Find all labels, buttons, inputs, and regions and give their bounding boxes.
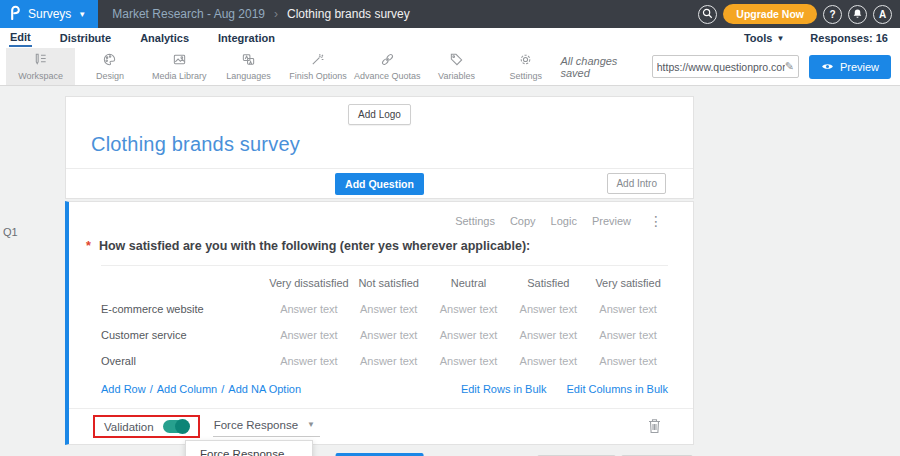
matrix-table: Very dissatisfied Not satisfied Neutral … (101, 270, 668, 374)
product-menu-label: Surveys (28, 7, 71, 21)
image-icon (172, 52, 187, 69)
survey-url-box: ✎ (652, 55, 799, 78)
link-separator: / (221, 383, 224, 395)
question-copy-link[interactable]: Copy (510, 215, 536, 227)
surveys-product-menu[interactable]: Surveys ▼ (0, 0, 98, 28)
validation-toggle[interactable] (163, 420, 189, 433)
logo-row: Add Logo (66, 97, 693, 125)
delete-question-button[interactable] (648, 418, 661, 438)
between-questions-row: Add Question Page Break Separator (65, 448, 694, 456)
validation-row: Validation Force Response ▼ Force Respon… (69, 408, 693, 444)
tab-integration[interactable]: Integration (217, 30, 276, 46)
questionpro-logo-icon (10, 5, 21, 24)
workspace-icon (33, 52, 48, 69)
answer-text-cell[interactable]: Answer text (429, 329, 509, 341)
toolbar-item-settings[interactable]: Settings (491, 48, 560, 85)
toolbar-item-variables[interactable]: Variables (422, 48, 491, 85)
bulk-edit-links: Edit Rows in Bulk Edit Columns in Bulk (461, 383, 668, 395)
tools-menu[interactable]: Tools▼ (744, 32, 784, 44)
search-button[interactable] (698, 5, 717, 24)
navbar-right-group: Upgrade Now ? A (698, 4, 900, 24)
answer-text-cell[interactable]: Answer text (269, 329, 349, 341)
tab-distribute[interactable]: Distribute (59, 30, 112, 46)
toolbar-item-design[interactable]: Design (75, 48, 144, 85)
table-edit-links-row: Add Row / Add Column / Add NA Option Edi… (101, 383, 668, 395)
matrix-row: E-commerce website Answer text Answer te… (101, 296, 668, 322)
answer-text-cell[interactable]: Answer text (349, 329, 429, 341)
autosave-status: All changes saved (561, 55, 642, 79)
answer-text-cell[interactable]: Answer text (588, 303, 668, 315)
matrix-column-header[interactable]: Very dissatisfied (269, 277, 349, 289)
matrix-column-header[interactable]: Very satisfied (588, 277, 668, 289)
survey-canvas: Q1 Add Logo Clothing brands survey Add Q… (0, 86, 900, 454)
question-settings-link[interactable]: Settings (455, 215, 495, 227)
question-text[interactable]: How satisfied are you with the following… (99, 239, 530, 253)
answer-text-cell[interactable]: Answer text (508, 303, 588, 315)
chevron-down-icon: ▼ (776, 34, 784, 43)
help-button[interactable]: ? (823, 5, 842, 24)
edit-rows-in-bulk-link[interactable]: Edit Rows in Bulk (461, 383, 547, 395)
add-na-option-link[interactable]: Add NA Option (228, 383, 301, 395)
validation-label: Validation (104, 421, 154, 433)
breadcrumb: Market Research - Aug 2019 › Clothing br… (112, 7, 409, 21)
matrix-row-label[interactable]: Overall (101, 355, 269, 367)
matrix-row-label[interactable]: Customer service (101, 329, 269, 341)
preview-button[interactable]: Preview (809, 55, 891, 79)
tag-icon (449, 52, 464, 69)
breadcrumb-folder[interactable]: Market Research - Aug 2019 (112, 7, 265, 21)
answer-text-cell[interactable]: Answer text (269, 303, 349, 315)
menu-item-force-response[interactable]: Force Response (186, 441, 312, 456)
account-avatar[interactable]: A (873, 5, 892, 24)
translate-icon (241, 52, 256, 69)
edit-url-pencil-icon[interactable]: ✎ (785, 60, 794, 73)
survey-title[interactable]: Clothing brands survey (66, 125, 693, 168)
matrix-column-header[interactable]: Satisfied (508, 277, 588, 289)
matrix-column-header[interactable]: Not satisfied (349, 277, 429, 289)
answer-text-cell[interactable]: Answer text (429, 303, 509, 315)
toolbar-item-media-library[interactable]: Media Library (145, 48, 214, 85)
validation-type-dropdown[interactable]: Force Response ▼ (213, 417, 320, 437)
palette-icon (102, 52, 117, 69)
add-logo-button[interactable]: Add Logo (348, 104, 411, 125)
add-intro-button[interactable]: Add Intro (607, 173, 666, 194)
toolbar-item-advance-quotas[interactable]: Advance Quotas (353, 48, 422, 85)
answer-text-cell[interactable]: Answer text (349, 355, 429, 367)
answer-text-cell[interactable]: Answer text (269, 355, 349, 367)
toolbar-item-languages[interactable]: Languages (214, 48, 283, 85)
add-question-row-top: Add Question Add Intro (66, 168, 693, 198)
tab-analytics[interactable]: Analytics (139, 30, 190, 46)
matrix-row: Overall Answer text Answer text Answer t… (101, 348, 668, 374)
answer-text-cell[interactable]: Answer text (349, 303, 429, 315)
tab-edit[interactable]: Edit (9, 29, 32, 47)
notifications-button[interactable] (848, 5, 867, 24)
search-icon (702, 8, 713, 21)
answer-text-cell[interactable]: Answer text (508, 329, 588, 341)
matrix-column-header[interactable]: Neutral (429, 277, 509, 289)
answer-text-cell[interactable]: Answer text (588, 355, 668, 367)
validation-highlight-box: Validation (93, 415, 200, 438)
validation-dropdown-menu: Force Response Request Response (185, 440, 313, 456)
toolbar-item-workspace[interactable]: Workspace (6, 48, 75, 85)
question-block: Settings Copy Logic Preview ⋮ * How sati… (65, 201, 694, 445)
add-row-link[interactable]: Add Row (101, 383, 146, 395)
survey-url-input[interactable] (657, 61, 785, 73)
answer-text-cell[interactable]: Answer text (508, 355, 588, 367)
more-options-icon[interactable]: ⋮ (649, 216, 663, 226)
matrix-row-label[interactable]: E-commerce website (101, 303, 269, 315)
add-question-button-top[interactable]: Add Question (335, 173, 424, 195)
answer-text-cell[interactable]: Answer text (588, 329, 668, 341)
toolbar-item-finish-options[interactable]: Finish Options (283, 48, 352, 85)
required-marker: * (86, 239, 91, 253)
responses-count[interactable]: Responses: 16 (810, 32, 888, 44)
question-number-label: Q1 (3, 226, 18, 238)
top-navbar: Surveys ▼ Market Research - Aug 2019 › C… (0, 0, 900, 28)
upgrade-now-button[interactable]: Upgrade Now (723, 4, 817, 24)
question-preview-link[interactable]: Preview (592, 215, 631, 227)
question-logic-link[interactable]: Logic (551, 215, 577, 227)
edit-columns-in-bulk-link[interactable]: Edit Columns in Bulk (567, 383, 669, 395)
add-column-link[interactable]: Add Column (157, 383, 218, 395)
chevron-down-icon: ▼ (78, 10, 86, 19)
survey-card: Add Logo Clothing brands survey Add Ques… (65, 96, 694, 456)
tab-bar-right-group: Tools▼ Responses: 16 (744, 32, 900, 44)
answer-text-cell[interactable]: Answer text (429, 355, 509, 367)
